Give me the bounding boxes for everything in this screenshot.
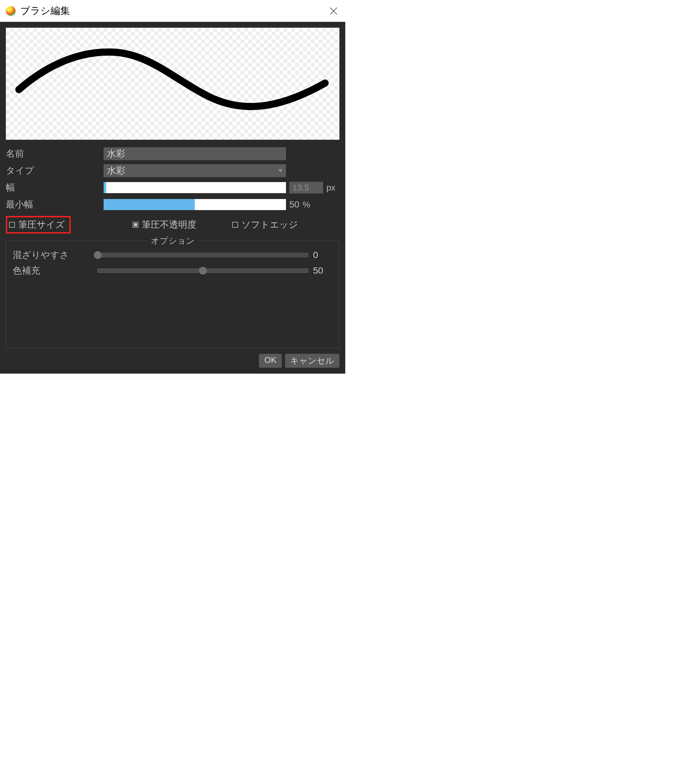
checkbox-icon	[133, 222, 138, 228]
footer: OK キャンセル	[6, 354, 339, 368]
check-row: 筆圧サイズ 筆圧不透明度 ソフトエッジ	[6, 216, 339, 234]
checkbox-icon	[9, 222, 15, 228]
refill-slider[interactable]	[97, 268, 308, 273]
label-mix: 混ざりやすさ	[13, 249, 97, 261]
type-select[interactable]: 水彩	[103, 164, 286, 177]
check-soft-edge[interactable]: ソフトエッジ	[232, 219, 298, 231]
cancel-button[interactable]: キャンセル	[285, 354, 339, 368]
row-refill: 色補充 50	[13, 264, 333, 277]
label-refill: 色補充	[13, 264, 97, 277]
window-title: ブラシ編集	[20, 4, 328, 17]
close-icon[interactable]	[328, 5, 339, 17]
label-min-width: 最小幅	[6, 198, 103, 211]
refill-value: 50	[313, 265, 333, 276]
name-field[interactable]	[103, 147, 286, 160]
label-name: 名前	[6, 148, 103, 160]
highlight-pressure-size: 筆圧サイズ	[6, 216, 71, 234]
width-slider-fill	[103, 182, 106, 193]
brush-editor-window: ブラシ編集 名前 タイプ 水彩 幅	[0, 0, 345, 374]
options-group: オプション 混ざりやすさ 0 色補充 50	[6, 241, 339, 348]
slider-thumb-icon	[199, 267, 207, 275]
check-pressure-opacity-label: 筆圧不透明度	[142, 219, 197, 231]
mix-value: 0	[313, 250, 333, 260]
check-pressure-size-label: 筆圧サイズ	[18, 219, 65, 231]
slider-thumb-icon	[94, 251, 102, 259]
label-type: タイプ	[6, 164, 103, 177]
options-legend: オプション	[148, 235, 198, 247]
width-field[interactable]	[289, 182, 323, 194]
label-width: 幅	[6, 181, 103, 194]
check-pressure-size[interactable]: 筆圧サイズ	[9, 219, 65, 231]
min-width-slider-fill	[103, 199, 195, 210]
row-mix: 混ざりやすさ 0	[13, 249, 333, 261]
min-width-slider[interactable]	[103, 199, 286, 210]
app-icon	[6, 6, 16, 16]
brush-stroke-preview	[6, 28, 339, 140]
client-area: 名前 タイプ 水彩 幅 px	[0, 22, 345, 374]
width-slider[interactable]	[103, 182, 286, 193]
checkbox-icon	[232, 222, 238, 228]
titlebar: ブラシ編集	[0, 0, 345, 22]
ok-button[interactable]: OK	[259, 354, 282, 368]
row-width: 幅 px	[6, 181, 339, 195]
mix-slider[interactable]	[97, 253, 308, 258]
row-name: 名前	[6, 147, 339, 161]
check-pressure-opacity[interactable]: 筆圧不透明度	[133, 219, 197, 231]
min-width-value: 50	[289, 199, 299, 210]
row-type: タイプ 水彩	[6, 164, 339, 178]
brush-preview	[6, 28, 339, 140]
width-unit: px	[327, 183, 335, 193]
row-min-width: 最小幅 50 %	[6, 198, 339, 211]
min-width-unit: %	[303, 200, 310, 210]
type-select-value: 水彩	[107, 164, 125, 177]
chevron-down-icon	[278, 169, 283, 172]
check-soft-edge-label: ソフトエッジ	[241, 219, 298, 231]
